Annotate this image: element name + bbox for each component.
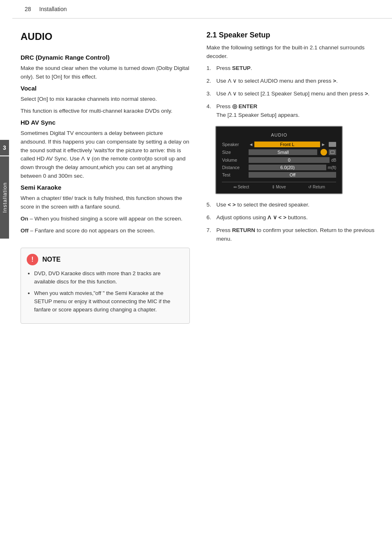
screen-row-volume: Volume 0 dB [222, 157, 336, 163]
speaker-setup-intro: Make the following settings for the buil… [206, 44, 384, 61]
step-1-after: . [251, 65, 252, 71]
audio-main-title: AUDIO [21, 31, 190, 42]
steps-list: 1. Press SETUP. 2. Use Λ ∨ to select AUD… [206, 64, 384, 120]
step-2: 2. Use Λ ∨ to select AUDIO menu and then… [206, 77, 384, 86]
screen-label-volume: Volume [222, 158, 249, 162]
speaker-setup-title: 2.1 Speaker Setup [206, 31, 384, 39]
steps-after-list: 5. Use < > to select the desired speaker… [206, 201, 384, 244]
screen-value-volume: 0 [249, 157, 330, 163]
note-header: ! NOTE [27, 254, 182, 265]
drc-paragraph: Make the sound clear when the volume is … [21, 64, 190, 81]
screen-nav: ⇔ Select ⇕ Move ↺ Return [222, 182, 336, 189]
vocal-section: Vocal Select [On] to mix karaoke channel… [21, 85, 190, 116]
step-4: 4. Press ◎ ENTER The [2.1 Speaker Setup]… [206, 102, 384, 120]
screen-label-size: Size [222, 150, 249, 155]
note-list: DVD, DVD Karaoke discs with more than 2 … [27, 269, 182, 314]
screen-nav-return: ↺ Return [308, 185, 325, 189]
on-text: – When you fnished singing a score will … [28, 216, 182, 222]
step-6-after: buttons. [286, 214, 308, 220]
note-item-1: DVD, DVD Karaoke discs with more than 2 … [34, 269, 182, 286]
step-4-content: Press ◎ ENTER The [2.1 Speaker Setup] ap… [216, 102, 384, 120]
screen-value-speaker: Front L [254, 142, 320, 147]
side-number-label: 3 [3, 144, 6, 151]
note-icon: ! [27, 254, 38, 265]
step-6-text: Adjust options using [216, 214, 267, 220]
step-5-after: to select the desired speaker. [236, 202, 309, 208]
drc-section: DRC (Dynamic Range Control) Make the sou… [21, 54, 190, 81]
step-6-num: 6. [206, 214, 214, 222]
screen-row-test: Test Off [222, 172, 336, 178]
screen-label-speaker: Speaker [222, 142, 249, 147]
off-label: Off [21, 227, 29, 234]
screen-value-size: Small [249, 149, 317, 155]
note-box: ! NOTE DVD, DVD Karaoke discs with more … [21, 248, 190, 324]
volume-unit: dB [331, 158, 336, 162]
screen-title: AUDIO [222, 132, 336, 137]
hd-av-sync-paragraph: Sometimes Digital TV encounters a delay … [21, 129, 190, 181]
screen-label-test: Test [222, 172, 249, 177]
semi-karaoke-section: Semi Karaoke When a chapter/ title/ trac… [21, 184, 190, 235]
step-3-text: Use Λ ∨ to select [2.1 Speaker Setup] me… [216, 91, 364, 97]
step-1-text: Press [216, 65, 232, 71]
semi-karaoke-on: On – When you fnished singing a score wi… [21, 215, 190, 223]
off-text: – Fanfare and score do not appears on th… [29, 227, 155, 234]
step-6: 6. Adjust options using Λ ∨ < > buttons. [206, 214, 384, 222]
semi-karaoke-off: Off – Fanfare and score do not appears o… [21, 227, 190, 235]
screen-row-size: Size Small [222, 149, 336, 155]
page-header: 28 Installation [12, 0, 392, 19]
page-number: 28 [25, 6, 31, 12]
step-3: 3. Use Λ ∨ to select [2.1 Speaker Setup]… [206, 90, 384, 98]
side-tab-label: Installation [2, 182, 8, 213]
distance-unit: m(ft) [328, 165, 337, 170]
step-4-sub: The [2.1 Speaker Setup] appears. [216, 112, 300, 118]
screen-nav-move: ⇕ Move [272, 185, 286, 189]
right-column: 2.1 Speaker Setup Make the following set… [202, 19, 384, 324]
step-5-bold: < > [228, 202, 236, 208]
screen-value-test: Off [249, 172, 336, 178]
page-header-title: Installation [39, 6, 67, 12]
step-5-content: Use < > to select the desired speaker. [216, 201, 384, 209]
screen-value-distance: 6.0(20) [249, 165, 326, 170]
step-5: 5. Use < > to select the desired speaker… [206, 201, 384, 209]
step-2-content: Use Λ ∨ to select AUDIO menu and then pr… [216, 77, 384, 86]
step-3-content: Use Λ ∨ to select [2.1 Speaker Setup] me… [216, 90, 384, 98]
step-3-bold: > [365, 91, 368, 97]
side-number: 3 [0, 140, 9, 155]
step-6-content: Adjust options using Λ ∨ < > buttons. [216, 214, 384, 222]
on-label: On [21, 216, 28, 222]
screen-label-distance: Distance [222, 165, 249, 170]
step-7-num: 7. [206, 226, 214, 235]
step-4-bold: ◎ ENTER [232, 103, 258, 109]
semi-karaoke-paragraph: When a chapter/ title/ track is fully fn… [21, 194, 190, 211]
step-7: 7. Press RETURN to confirm your selectio… [206, 226, 384, 244]
step-4-num: 4. [206, 102, 214, 111]
screen-image: AUDIO Speaker ◄ Front L ► Size Small [215, 126, 343, 194]
step-3-after: . [368, 91, 370, 97]
note-title: NOTE [42, 256, 60, 263]
drc-heading: DRC (Dynamic Range Control) [21, 54, 190, 61]
step-1-bold: SETUP [232, 65, 251, 71]
vocal-heading: Vocal [21, 85, 190, 92]
screen-row-distance: Distance 6.0(20) m(ft) [222, 165, 336, 170]
page-container: 3 Installation 28 Installation AUDIO DRC… [0, 0, 392, 557]
hd-av-sync-heading: HD AV Sync [21, 119, 190, 126]
step-5-text: Use [216, 202, 228, 208]
screen-row-speaker: Speaker ◄ Front L ► [222, 142, 336, 147]
step-7-text: Press [216, 227, 232, 233]
screen-nav-select: ⇔ Select [233, 185, 249, 189]
step-1-num: 1. [206, 64, 214, 73]
step-2-num: 2. [206, 77, 214, 86]
note-item-2: When you watch movies,"off " the Semi Ka… [34, 289, 182, 314]
step-7-bold: RETURN [232, 227, 255, 233]
step-1-content: Press SETUP. [216, 64, 384, 73]
two-column-layout: AUDIO DRC (Dynamic Range Control) Make t… [12, 19, 392, 324]
left-column: AUDIO DRC (Dynamic Range Control) Make t… [21, 19, 202, 324]
step-7-content: Press RETURN to confirm your selection. … [216, 226, 384, 244]
hd-av-sync-section: HD AV Sync Sometimes Digital TV encounte… [21, 119, 190, 181]
step-3-num: 3. [206, 90, 214, 98]
step-5-num: 5. [206, 201, 214, 209]
vocal-paragraph-2: This function is effective for multi-cha… [21, 107, 190, 116]
semi-karaoke-heading: Semi Karaoke [21, 184, 190, 191]
side-tab: Installation [0, 156, 9, 239]
vocal-paragraph-1: Select [On] to mix karaoke channels into… [21, 95, 190, 104]
